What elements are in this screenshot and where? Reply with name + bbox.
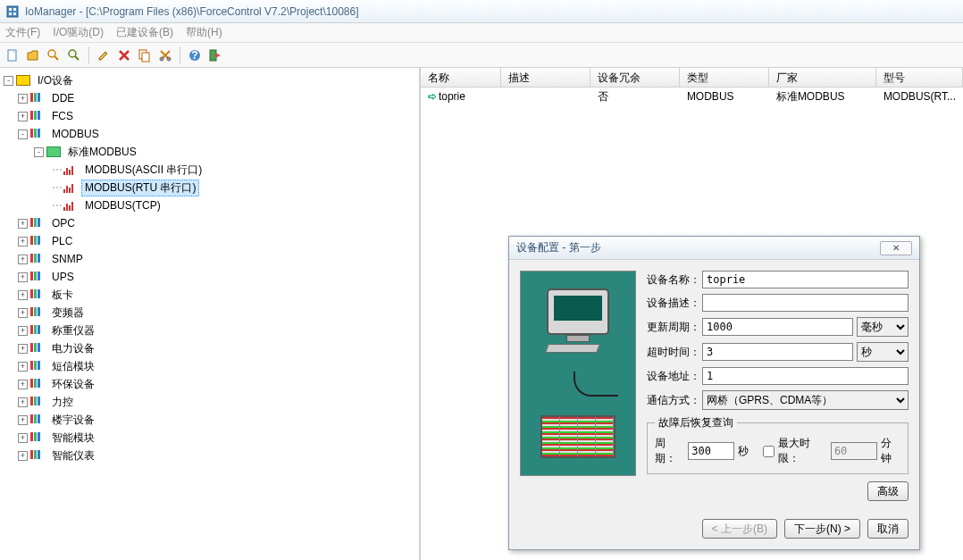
expand-icon[interactable]: +	[18, 237, 28, 247]
dialog-illustration	[520, 271, 636, 476]
find-icon[interactable]	[45, 46, 63, 64]
search-icon[interactable]	[65, 46, 83, 64]
cell-model: MODBUS(RT...	[876, 88, 963, 104]
category-icon	[30, 254, 45, 264]
cycle-unit: 秒	[738, 444, 749, 459]
expand-icon[interactable]: +	[18, 433, 28, 443]
advanced-button[interactable]: 高级	[867, 481, 909, 501]
close-icon[interactable]: ✕	[880, 241, 912, 255]
col-model[interactable]: 型号	[876, 68, 963, 87]
svg-rect-2	[13, 8, 16, 11]
timeout-unit-select[interactable]: 秒	[857, 342, 909, 362]
tree-item-likong[interactable]: +力控	[0, 393, 419, 411]
tree-item-huanbao[interactable]: +环保设备	[0, 375, 419, 393]
tree-item-banka[interactable]: +板卡	[0, 286, 419, 304]
svg-line-7	[54, 56, 58, 60]
expand-icon[interactable]: +	[18, 112, 28, 121]
cut-icon[interactable]	[156, 46, 174, 64]
cancel-button[interactable]: 取消	[867, 519, 909, 539]
cell-manufacturer: 标准MODBUS	[769, 88, 876, 106]
tree-item-std-modbus[interactable]: -标准MODBUS	[0, 143, 419, 161]
expand-icon[interactable]: +	[18, 94, 28, 104]
expand-icon[interactable]: +	[18, 290, 28, 300]
device-desc-label: 设备描述：	[647, 296, 702, 311]
tree-item-modbus-ascii[interactable]: ⋯MODBUS(ASCII 串行口)	[0, 161, 419, 179]
tree-item-plc[interactable]: +PLC	[0, 232, 419, 250]
next-button[interactable]: 下一步(N) >	[784, 519, 860, 539]
help-icon[interactable]: ?	[186, 46, 204, 64]
svg-text:?: ?	[191, 49, 197, 62]
tree-item-bianpin[interactable]: +变频器	[0, 304, 419, 322]
collapse-icon[interactable]: -	[18, 130, 28, 139]
device-addr-input[interactable]	[702, 367, 909, 385]
category-icon	[30, 129, 45, 139]
copy-icon[interactable]	[136, 46, 154, 64]
svg-rect-0	[7, 6, 18, 17]
tree-item-zhinengmk[interactable]: +智能模块	[0, 429, 419, 447]
expand-icon[interactable]: +	[18, 219, 28, 229]
device-desc-input[interactable]	[702, 294, 909, 312]
category-icon	[30, 236, 45, 247]
tree-item-louyu[interactable]: +楼宇设备	[0, 411, 419, 429]
tree-item-opc[interactable]: +OPC	[0, 214, 419, 232]
delete-icon[interactable]	[115, 46, 133, 64]
tree-item-fcs[interactable]: +FCS	[0, 107, 419, 125]
category-icon	[30, 361, 45, 372]
expand-icon[interactable]: +	[18, 380, 28, 389]
category-icon	[30, 307, 45, 318]
tree-item-snmp[interactable]: +SNMP	[0, 250, 419, 268]
tree-item-modbus[interactable]: -MODBUS	[0, 125, 419, 143]
tree-item-modbus-tcp[interactable]: ⋯MODBUS(TCP)	[0, 196, 419, 214]
expand-icon[interactable]: +	[18, 255, 28, 264]
col-manufacturer[interactable]: 厂家	[769, 68, 876, 87]
expand-icon[interactable]: +	[18, 272, 28, 282]
cell-type: MODBUS	[680, 88, 769, 104]
expand-icon[interactable]: +	[18, 326, 28, 336]
col-type[interactable]: 类型	[680, 68, 769, 87]
max-limit-checkbox[interactable]	[763, 446, 775, 457]
tree-item-ups[interactable]: +UPS	[0, 268, 419, 286]
tree-item-duanxin[interactable]: +短信模块	[0, 357, 419, 375]
expand-icon[interactable]: +	[18, 362, 28, 372]
col-desc[interactable]: 描述	[501, 68, 590, 87]
tree-item-chengzhong[interactable]: +称重仪器	[0, 322, 419, 339]
category-icon	[30, 325, 45, 336]
cell-desc	[501, 95, 590, 98]
open-icon[interactable]	[24, 46, 42, 64]
period-unit-select[interactable]: 毫秒	[857, 317, 909, 337]
col-redundancy[interactable]: 设备冗余	[590, 68, 680, 87]
timeout-input[interactable]	[702, 343, 853, 361]
device-name-input[interactable]	[702, 271, 909, 288]
expand-icon[interactable]: +	[18, 344, 28, 354]
expand-icon[interactable]: +	[18, 451, 28, 461]
dialog-titlebar[interactable]: 设备配置 - 第一步 ✕	[509, 237, 919, 260]
col-name[interactable]: 名称	[421, 68, 501, 87]
tree-item-dianli[interactable]: +电力设备	[0, 339, 419, 357]
cycle-input[interactable]	[688, 442, 734, 460]
tree-item-zhinengyb[interactable]: +智能仪表	[0, 447, 419, 464]
tree-item-dde[interactable]: +DDE	[0, 89, 419, 107]
menu-file[interactable]: 文件(F)	[5, 25, 40, 40]
cell-redundancy: 否	[590, 88, 680, 106]
edit-icon[interactable]	[95, 46, 113, 64]
new-icon[interactable]	[4, 46, 21, 64]
expand-icon[interactable]: +	[18, 308, 28, 318]
expand-icon[interactable]: +	[18, 415, 28, 425]
update-period-input[interactable]	[702, 318, 853, 336]
menu-driver[interactable]: I/O驱动(D)	[53, 25, 104, 40]
collapse-icon[interactable]: -	[4, 76, 13, 86]
svg-rect-1	[9, 8, 12, 11]
list-row[interactable]: ➪toprie 否 MODBUS 标准MODBUS MODBUS(RT...	[421, 88, 963, 105]
svg-rect-3	[9, 13, 12, 15]
menu-device[interactable]: 已建设备(B)	[116, 25, 173, 40]
exit-icon[interactable]	[206, 46, 224, 64]
comm-mode-select[interactable]: 网桥（GPRS、CDMA等）	[702, 390, 909, 410]
expand-icon[interactable]: +	[18, 397, 28, 407]
category-icon	[30, 450, 45, 461]
tree-item-modbus-rtu[interactable]: ⋯MODBUS(RTU 串行口)	[0, 179, 419, 196]
menu-help[interactable]: 帮助(H)	[186, 25, 222, 40]
device-config-dialog: 设备配置 - 第一步 ✕ 设备名称： 设备描述： 更新周期：毫秒 超时时间：秒 …	[508, 236, 920, 550]
collapse-icon[interactable]: -	[34, 147, 44, 157]
category-icon	[30, 272, 45, 282]
tree-root[interactable]: -I/O设备	[0, 71, 419, 89]
